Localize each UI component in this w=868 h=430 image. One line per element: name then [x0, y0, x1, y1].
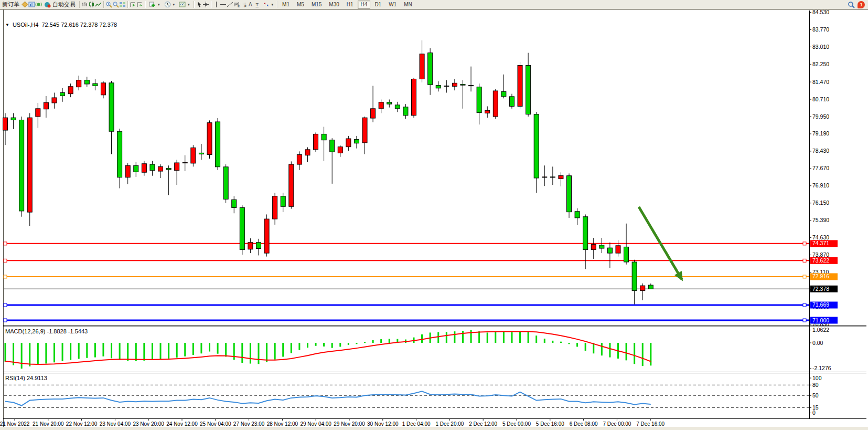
svg-text:76.150: 76.150 — [812, 200, 829, 206]
svg-text:1 Dec 20:00: 1 Dec 20:00 — [435, 421, 464, 427]
svg-text:80.710: 80.710 — [812, 96, 829, 102]
period-clock-button[interactable]: ▾ — [162, 1, 177, 8]
timeframe-w1[interactable]: W1 — [385, 1, 400, 9]
svg-text:T: T — [255, 2, 259, 7]
market-watch-icon[interactable] — [22, 1, 28, 8]
zoom-out-icon[interactable] — [112, 1, 119, 8]
svg-text:100: 100 — [812, 375, 822, 381]
svg-text:5 Dec 00:00: 5 Dec 00:00 — [502, 421, 531, 427]
chart-window: 84.53083.77083.01082.25081.47080.71079.9… — [0, 9, 868, 427]
new-order-button[interactable]: 新订单 — [0, 1, 22, 8]
timeframe-mn[interactable]: MN — [401, 1, 415, 9]
bar-chart-icon[interactable] — [81, 1, 88, 8]
crosshair-icon[interactable] — [202, 1, 209, 8]
timeframe-m30[interactable]: M30 — [326, 1, 342, 9]
svg-text:83.010: 83.010 — [812, 44, 829, 50]
svg-text:21 Nov 2022: 21 Nov 2022 — [0, 421, 30, 427]
svg-text:76.910: 76.910 — [812, 182, 829, 188]
svg-text:E: E — [238, 5, 240, 8]
chart-title[interactable]: ▼ USOil-,H4 72.545 72.616 72.378 72.378 — [5, 22, 117, 28]
toolbar-separator — [277, 1, 277, 8]
data-window-icon[interactable] — [28, 1, 35, 8]
svg-text:73.622: 73.622 — [812, 257, 829, 264]
channel-icon[interactable]: F — [240, 1, 247, 8]
symbol-period-label: USOil-,H4 — [13, 22, 39, 28]
svg-text:27 Nov 23:00: 27 Nov 23:00 — [233, 421, 265, 427]
svg-text:30 Nov 12:00: 30 Nov 12:00 — [367, 421, 399, 427]
svg-text:75.390: 75.390 — [812, 217, 829, 223]
svg-text:81.470: 81.470 — [812, 79, 829, 85]
svg-text:7 Dec 00:00: 7 Dec 00:00 — [603, 421, 631, 427]
toolbar-separator — [145, 1, 145, 8]
fibonacci-icon[interactable]: E — [233, 1, 240, 8]
svg-text:29 Nov 04:00: 29 Nov 04:00 — [300, 421, 331, 427]
zoom-in-icon[interactable] — [105, 1, 112, 8]
svg-text:83.770: 83.770 — [812, 26, 829, 33]
auto-scroll-icon[interactable] — [130, 1, 136, 8]
vertical-line-icon[interactable] — [213, 1, 220, 8]
candlestick-chart-icon[interactable] — [88, 1, 95, 8]
svg-text:7 Dec 16:00: 7 Dec 16:00 — [636, 421, 665, 427]
svg-text:29 Nov 20:00: 29 Nov 20:00 — [334, 421, 365, 427]
timeframe-bar: M1M5M15M30H1H4D1W1MN — [279, 1, 415, 9]
timeframe-h1[interactable]: H1 — [344, 1, 357, 9]
svg-text:82.250: 82.250 — [812, 61, 829, 67]
svg-text:79.950: 79.950 — [812, 113, 829, 120]
svg-text:0.00: 0.00 — [812, 340, 823, 346]
cursor-icon[interactable] — [196, 1, 202, 8]
toolbar-separator — [127, 1, 128, 8]
timeframe-m5[interactable]: M5 — [294, 1, 307, 9]
timeframe-m15[interactable]: M15 — [308, 1, 325, 9]
svg-text:74.371: 74.371 — [812, 240, 829, 246]
arrows-button[interactable]: ▾ — [261, 1, 276, 8]
navigator-icon[interactable] — [35, 1, 42, 8]
svg-text:-2.1276: -2.1276 — [812, 365, 831, 371]
svg-text:A: A — [249, 2, 252, 7]
timeframe-d1[interactable]: D1 — [371, 1, 384, 9]
svg-text:74.630: 74.630 — [812, 234, 829, 240]
svg-text:21 Nov 20:00: 21 Nov 20:00 — [33, 421, 64, 427]
svg-text:0: 0 — [812, 410, 816, 416]
toolbar-separator — [194, 1, 194, 8]
ohlc-values: 72.545 72.616 72.378 72.378 — [41, 22, 117, 28]
search-icon[interactable] — [848, 1, 854, 8]
svg-text:28 Nov 12:00: 28 Nov 12:00 — [267, 421, 298, 427]
toolbar-separator — [103, 1, 104, 8]
svg-text:50: 50 — [812, 392, 819, 398]
tile-windows-icon[interactable] — [119, 1, 126, 8]
svg-text:25 Nov 04:00: 25 Nov 04:00 — [200, 421, 231, 427]
svg-text:23 Nov 20:00: 23 Nov 20:00 — [133, 421, 164, 427]
svg-text:79.190: 79.190 — [812, 130, 829, 137]
add-indicator-button[interactable]: ▾ — [147, 1, 162, 8]
timeframe-h4[interactable]: H4 — [358, 1, 371, 9]
svg-text:1.0622: 1.0622 — [812, 327, 829, 333]
trendline-icon[interactable] — [227, 1, 233, 8]
chart-shift-icon[interactable] — [136, 1, 143, 8]
svg-text:24 Nov 12:00: 24 Nov 12:00 — [166, 421, 198, 427]
toolbar-separator — [211, 1, 211, 8]
svg-text:80: 80 — [812, 382, 819, 388]
svg-text:F: F — [244, 5, 247, 8]
chart-canvas[interactable]: 84.53083.77083.01082.25081.47080.71079.9… — [0, 9, 868, 430]
svg-text:22 Nov 12:00: 22 Nov 12:00 — [66, 421, 98, 427]
auto-trading-button[interactable]: 自动交易 — [42, 1, 78, 8]
svg-text:71.000: 71.000 — [812, 317, 829, 323]
status-strip — [0, 427, 868, 430]
svg-text:72.916: 72.916 — [812, 273, 829, 279]
svg-text:2 Dec 12:00: 2 Dec 12:00 — [469, 421, 497, 427]
horizontal-line-icon[interactable] — [220, 1, 227, 8]
main-toolbar: 新订单 自动交易 ▾ ▾ — [0, 0, 868, 9]
line-chart-icon[interactable] — [95, 1, 102, 8]
timeframe-m1[interactable]: M1 — [279, 1, 293, 9]
svg-text:72.378: 72.378 — [812, 286, 829, 292]
auto-trading-icon — [44, 1, 51, 8]
toolbar-separator — [79, 1, 80, 8]
text-icon[interactable]: A — [247, 1, 254, 8]
notification-badge[interactable]: 1 — [858, 1, 865, 8]
label-icon[interactable]: T — [254, 1, 261, 8]
svg-text:6 Dec 08:00: 6 Dec 08:00 — [570, 421, 598, 427]
collapse-icon[interactable]: ▼ — [5, 23, 9, 27]
svg-text:1 Dec 04:00: 1 Dec 04:00 — [402, 421, 431, 427]
template-button[interactable]: ▾ — [177, 1, 192, 8]
rsi-indicator-label: RSI(14) 24.9113 — [5, 375, 47, 381]
